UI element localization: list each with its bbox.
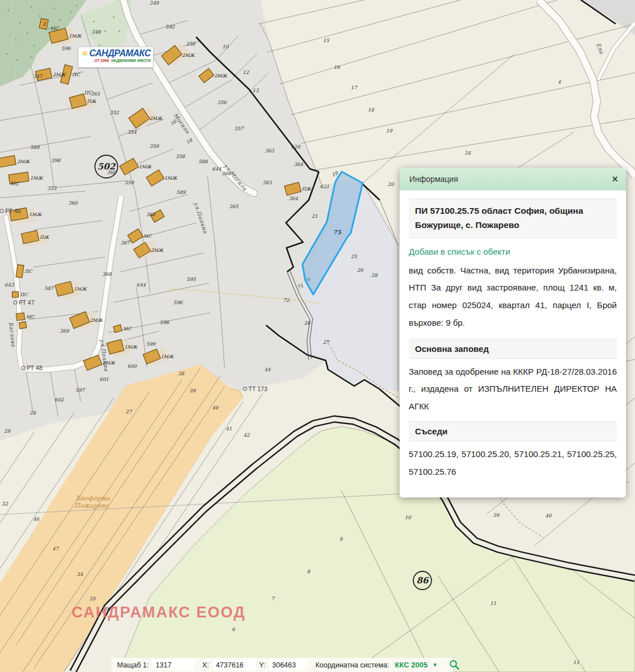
- parcel-label: 357: [234, 126, 244, 131]
- building-label: 1МЖ: [30, 176, 44, 181]
- parcel-label: 356: [217, 99, 227, 105]
- survey-point-label: РТ 48: [27, 364, 43, 371]
- building-label: 1МЖ: [29, 212, 43, 217]
- building-label: МС: [123, 326, 132, 331]
- parcel-label: 10: [222, 44, 229, 49]
- parcel-label: 250: [186, 41, 196, 47]
- parcel-label: 41: [226, 426, 232, 432]
- parcel-label: 11: [490, 600, 496, 606]
- watermark: САНДРАМАКС ЕООД: [72, 604, 246, 621]
- parcel-label: 10: [405, 515, 411, 520]
- parcel-label: 28: [30, 410, 36, 416]
- survey-point-label: ТТ 173: [248, 385, 267, 392]
- building-label: 2МЖ: [151, 248, 164, 253]
- building-label: 1МЖ: [164, 176, 178, 181]
- parcel-label: 644: [136, 282, 146, 288]
- scale-label: Мащаб 1:: [117, 661, 149, 669]
- building-label: 2МЖ: [182, 53, 196, 58]
- building-label: 2МЖ: [17, 159, 31, 164]
- add-to-list-link[interactable]: Добави в списък с обекти: [409, 247, 510, 256]
- y-label: Y:: [259, 661, 265, 669]
- parcel-label: 13: [252, 88, 259, 93]
- x-coordinate-input[interactable]: [213, 659, 256, 670]
- property-details: вид собств. Частна, вид територия Урбани…: [409, 262, 617, 332]
- property-title: ПИ 57100.25.75 област София, община Божу…: [409, 198, 617, 238]
- survey-point-label: РТ 47: [19, 299, 35, 306]
- parcel-label: 398: [51, 157, 61, 163]
- status-bar: Мащаб 1: X: Y: Координатна система: ККС …: [111, 658, 453, 672]
- parcel-label: 600: [127, 363, 137, 369]
- close-icon[interactable]: ×: [612, 174, 618, 184]
- parcel-label: 348: [92, 29, 101, 35]
- chevron-down-icon: ▼: [432, 662, 438, 668]
- parcel-label: 42: [243, 432, 250, 438]
- parcel-label: 38: [178, 371, 184, 376]
- parcel-label: 12: [243, 69, 249, 75]
- building-label: 1МЖ: [161, 354, 175, 359]
- parcel-label: 39: [493, 512, 500, 518]
- info-panel-title: Информация: [409, 175, 458, 184]
- area-label: Пожарево: [74, 502, 109, 509]
- parcel-label: 360: [68, 200, 78, 206]
- building-label: ПС: [72, 72, 80, 77]
- quarter-label: 86: [417, 575, 429, 586]
- parcel-label: 353: [47, 185, 57, 191]
- parcel-label: 18: [368, 107, 374, 113]
- logo-name: САНДРАМАКС: [89, 48, 151, 59]
- agency-logo: САНДРАМАКС ОТ 1994 НЕДВИЖИМИ ИМОТИ: [78, 47, 153, 68]
- order-text: Заповед за одобрение на КККР РД-18-27/28…: [409, 363, 617, 416]
- parcel-label: 589: [176, 189, 186, 195]
- parcel-label: 592: [165, 24, 175, 30]
- building: [16, 313, 25, 321]
- parcel-label: 358: [176, 154, 185, 159]
- parcel-label: 11: [573, 659, 579, 665]
- y-coordinate-input[interactable]: [269, 659, 308, 670]
- parcel-label: 26: [357, 267, 364, 273]
- building-label: ПЖ: [40, 235, 50, 240]
- parcel-label: 643: [5, 282, 14, 288]
- parcel-label: 596: [61, 45, 72, 51]
- building: [19, 322, 26, 329]
- building-label: ПЖ: [302, 186, 312, 192]
- parcel-label: 34: [77, 571, 83, 577]
- map-viewport[interactable]: 21МЖ2МЖ2МЖПС2МЖПЖ2МЖ2МЖ1МЖ1МЖ1МЖ1МЖПЖПС1…: [0, 0, 635, 672]
- search-button[interactable]: [449, 659, 460, 670]
- parcel-label: 620: [291, 144, 301, 150]
- parcel-label: МС: [50, 26, 60, 31]
- scale-input[interactable]: [152, 659, 194, 670]
- building-label: 1МЖ: [139, 164, 152, 169]
- parcel-label: 589: [30, 144, 40, 150]
- parcel-label: 20: [388, 181, 394, 187]
- parcel-label: 40: [545, 513, 551, 518]
- parcel-label: 354: [127, 129, 137, 135]
- building-label: 1МЖ: [124, 345, 138, 350]
- parcel-label: 19: [386, 128, 393, 134]
- parcel-label: 46: [33, 516, 40, 522]
- parcel-label: 599: [146, 341, 156, 347]
- parcel-label: 17: [351, 85, 358, 90]
- parcel-label: 598: [160, 320, 169, 325]
- building: [13, 292, 19, 297]
- parcel-label: 368: [102, 271, 112, 277]
- logo-stripes-icon: [82, 49, 88, 58]
- parcel-label: 21: [312, 213, 318, 219]
- parcel-label: 359: [124, 180, 135, 185]
- building-label: МС: [26, 314, 35, 320]
- survey-point-label: РТ 46: [5, 208, 21, 214]
- parcel-label: 361: [91, 91, 100, 97]
- parcel-label: 596: [173, 300, 184, 305]
- parcel-label: 35: [89, 596, 96, 602]
- parcel-label: 47: [52, 546, 59, 551]
- parcel-label: МС: [10, 181, 20, 186]
- building-label: 1МЖ: [69, 34, 82, 39]
- parcel-label: 349: [150, 0, 160, 6]
- highlighted-parcel-label: 75: [333, 229, 342, 235]
- order-section-header: Основна заповед: [409, 339, 617, 359]
- crs-select[interactable]: ККС 2005 ▼: [395, 661, 438, 669]
- building-label: ПС: [20, 292, 28, 297]
- building-label: 2МЖ: [214, 73, 228, 78]
- parcel-label: 39: [189, 388, 196, 393]
- parcel-label: 362: [146, 211, 156, 217]
- building-label: 1МЖ: [74, 287, 88, 292]
- info-panel: Информация × ПИ 57100.25.75 област София…: [400, 168, 626, 497]
